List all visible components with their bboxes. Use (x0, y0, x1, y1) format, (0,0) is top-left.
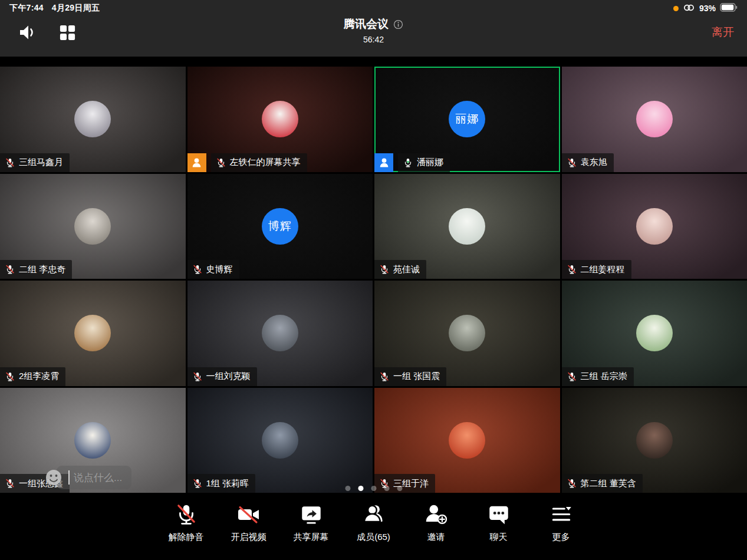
participant-tile[interactable]: 二组姜程程 (562, 174, 747, 279)
avatar: 博辉 (262, 208, 298, 245)
avatar (262, 315, 298, 351)
page-dot[interactable] (358, 486, 363, 491)
start-video-button[interactable]: 开启视频 (225, 502, 272, 560)
participant-tile[interactable]: 左轶仁的屏幕共享 (187, 67, 373, 172)
avatar: 丽娜 (449, 101, 485, 137)
smiley-emoji-icon[interactable] (44, 467, 64, 487)
mic-muted-icon (216, 157, 226, 168)
participant-tile[interactable]: 1组 张莉晖 (187, 388, 373, 493)
participant-name: 三组 岳宗崇 (581, 371, 627, 382)
status-date: 4月29日周五 (52, 3, 100, 14)
hotspot-rings-icon (683, 4, 695, 14)
participant-tile[interactable]: 三组马鑫月 (0, 67, 186, 172)
participant-name: 苑佳诚 (393, 264, 420, 275)
chat-placeholder: 说点什么... (74, 471, 122, 485)
participant-name: 1组 张莉晖 (206, 478, 249, 489)
name-label: 第二组 董芙含 (562, 474, 643, 493)
mic-active-icon (403, 157, 413, 168)
mic-muted-icon (192, 264, 203, 275)
battery-percent: 93% (699, 4, 716, 13)
participant-name: 一组刘克颖 (206, 371, 251, 382)
role-badge (374, 153, 393, 172)
chat-bubble-icon (486, 502, 511, 527)
mic-muted-icon (174, 502, 199, 527)
avatar (449, 315, 485, 351)
name-label: 2组李凌霄 (0, 367, 65, 386)
battery-icon (720, 3, 738, 14)
members-button[interactable]: 成员(65) (350, 502, 397, 560)
mic-muted-icon (5, 478, 15, 489)
chat-button[interactable]: 聊天 (475, 502, 522, 560)
unmute-button[interactable]: 解除静音 (163, 502, 210, 560)
mic-muted-icon (192, 371, 203, 382)
share-screen-button[interactable]: 共享屏幕 (288, 502, 335, 560)
mic-muted-icon (379, 264, 390, 275)
participant-name: 二组 李忠奇 (19, 264, 65, 275)
avatar (636, 101, 673, 137)
members-icon (361, 502, 386, 527)
page-dot[interactable] (384, 486, 389, 491)
leave-button[interactable]: 离开 (712, 25, 734, 40)
avatar (636, 208, 673, 245)
avatar (74, 422, 111, 459)
participant-name: 第二组 董芙含 (581, 478, 636, 489)
participant-tile[interactable]: 一组 张国震 (374, 281, 560, 386)
camera-off-icon (236, 502, 261, 527)
tool-label: 邀请 (427, 532, 445, 543)
more-lines-icon (549, 502, 574, 527)
participant-name: 左轶仁的屏幕共享 (230, 157, 301, 168)
participant-tile[interactable]: 三组于洋 (374, 388, 560, 493)
invite-button[interactable]: 邀请 (413, 502, 460, 560)
participant-tile[interactable]: 博辉 (187, 174, 373, 279)
participant-name: 袁东旭 (581, 157, 607, 168)
name-label: 袁东旭 (562, 153, 614, 172)
participant-tile[interactable]: 第二组 董芙含 (562, 388, 747, 493)
chat-input[interactable]: 说点什么... (57, 466, 131, 489)
page-dot[interactable] (371, 486, 376, 491)
tool-label: 成员(65) (357, 532, 390, 543)
avatar (449, 422, 485, 459)
nav-bar: 腾讯会议 56:42 离开 (0, 15, 747, 57)
avatar (74, 101, 111, 137)
participant-tile[interactable]: 2组李凌霄 (0, 281, 186, 386)
page-dot[interactable] (345, 486, 350, 491)
status-bar: 下午7:44 4月29日周五 93% (0, 0, 747, 15)
role-badge (187, 153, 206, 172)
avatar (262, 422, 298, 459)
info-icon[interactable] (393, 19, 403, 29)
page-dot[interactable] (397, 486, 402, 491)
participant-tile[interactable]: 苑佳诚 (374, 174, 560, 279)
participant-tile[interactable]: 一组刘克颖 (187, 281, 373, 386)
participant-name: 2组李凌霄 (19, 371, 59, 382)
tool-label: 解除静音 (169, 532, 204, 543)
tool-label: 更多 (552, 532, 570, 543)
mic-muted-icon (5, 371, 15, 382)
mic-muted-icon (567, 371, 577, 382)
chat-quick-input: 说点什么... (44, 466, 131, 489)
name-label: 一组 张国震 (374, 367, 446, 386)
more-button[interactable]: 更多 (538, 502, 585, 560)
participant-name: 潘丽娜 (417, 157, 443, 168)
participant-tile[interactable]: 袁东旭 (562, 67, 747, 172)
name-label: 史博辉 (187, 260, 239, 279)
status-time-date: 下午7:44 4月29日周五 (9, 3, 100, 14)
name-label: 二组 李忠奇 (0, 260, 72, 279)
name-label: 潘丽娜 (398, 153, 450, 172)
invite-person-icon (424, 502, 449, 527)
participant-tile[interactable]: 三组 岳宗崇 (562, 281, 747, 386)
tool-label: 开启视频 (231, 532, 266, 543)
avatar (74, 208, 111, 245)
share-screen-icon (299, 502, 324, 527)
name-label: 三组马鑫月 (0, 153, 70, 172)
participant-name: 三组马鑫月 (19, 157, 63, 168)
mic-muted-icon (567, 264, 577, 275)
participant-name: 史博辉 (206, 264, 233, 275)
tool-label: 聊天 (490, 532, 508, 543)
header: 下午7:44 4月29日周五 93% (0, 0, 747, 57)
participant-name: 一组 张国震 (393, 371, 440, 382)
participant-tile[interactable]: 丽娜 (374, 67, 560, 172)
pagination-dots (345, 486, 402, 491)
bottom-toolbar: 解除静音 开启视频 共享屏幕 (0, 493, 747, 560)
participant-tile[interactable]: 二组 李忠奇 (0, 174, 186, 279)
person-icon (378, 156, 390, 169)
